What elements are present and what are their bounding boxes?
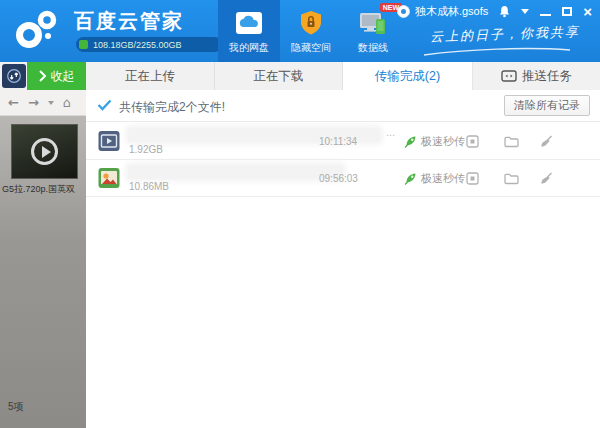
avatar[interactable] <box>397 5 410 18</box>
tab-downloading[interactable]: 正在下载 <box>215 62 343 90</box>
push-task-icon <box>501 70 517 82</box>
summary-row: 共传输完成2个文件! 清除所有记录 <box>86 90 600 122</box>
storage-text: 108.18GB/2255.00GB <box>93 40 182 50</box>
badge-label: 极速秒传 <box>421 171 465 186</box>
file-time: 10:11:34 <box>319 136 357 147</box>
redacted-filename <box>128 165 343 179</box>
storage-progress-bar <box>79 40 88 49</box>
open-folder-icon[interactable] <box>504 172 519 185</box>
browser-toolbar: ← → ⌂ <box>0 90 86 116</box>
window-controls-area: 独木成林.gsofs × <box>397 4 592 18</box>
open-file-icon[interactable] <box>466 172 479 185</box>
clean-record-icon[interactable] <box>539 135 553 148</box>
badge-label: 极速秒传 <box>421 134 465 149</box>
tab-uploading[interactable]: 正在上传 <box>86 62 215 90</box>
items-count: 5项 <box>8 400 24 414</box>
tab-push-tasks[interactable]: 推送任务 <box>473 62 600 90</box>
maximize-button[interactable] <box>562 7 572 16</box>
play-icon <box>31 138 58 165</box>
close-button[interactable]: × <box>583 5 592 18</box>
back-icon[interactable]: ← <box>8 95 19 110</box>
open-file-icon[interactable] <box>466 135 479 148</box>
open-folder-icon[interactable] <box>504 135 519 148</box>
filename-ellipsis: ... <box>386 126 395 138</box>
file-time: 09:56:03 <box>319 173 358 184</box>
rocket-icon <box>404 172 417 185</box>
transfer-tabs: 正在上传 正在下载 传输完成(2) 推送任务 <box>86 62 600 90</box>
speed-transfer-badge: 极速秒传 <box>404 134 465 149</box>
forward-icon[interactable]: → <box>28 95 39 110</box>
tab-completed[interactable]: 传输完成(2) <box>343 62 473 90</box>
clean-record-icon[interactable] <box>539 172 553 185</box>
check-icon <box>97 99 112 111</box>
nav-tab-label: 隐藏空间 <box>291 41 331 55</box>
completed-transfers-panel: 共传输完成2个文件! 清除所有记录 ... 1.92GB 10:11:34 <box>86 90 600 428</box>
speed-transfer-badge: 极速秒传 <box>404 171 465 186</box>
shield-lock-icon <box>298 9 324 37</box>
home-icon[interactable]: ⌂ <box>63 95 71 110</box>
history-dropdown-icon[interactable] <box>48 101 54 105</box>
app-title: 百度云管家 <box>74 8 184 35</box>
minimize-button[interactable] <box>540 14 551 16</box>
video-file-icon <box>98 130 120 152</box>
file-size: 1.92GB <box>129 144 163 155</box>
chevron-down-icon[interactable] <box>521 9 529 14</box>
file-row: 10.86MB 09:56:03 极速秒传 <box>86 160 600 197</box>
clear-records-button[interactable]: 清除所有记录 <box>504 95 590 116</box>
image-file-icon <box>98 167 120 189</box>
collapse-label: 收起 <box>51 68 75 85</box>
bell-icon[interactable] <box>499 5 510 18</box>
nav-tab-my-netdisk[interactable]: 我的网盘 <box>218 0 280 62</box>
chevron-right-icon <box>39 70 46 82</box>
slogan-underline <box>422 47 572 57</box>
tab-label: 推送任务 <box>522 68 572 85</box>
background-file-browser: ← → ⌂ G5拉.720p.国英双 5项 <box>0 90 86 428</box>
transfer-panel-icon[interactable] <box>2 64 26 88</box>
tab-label: 正在下载 <box>254 68 304 85</box>
video-thumbnail[interactable] <box>11 124 78 179</box>
file-size: 10.86MB <box>129 181 169 192</box>
nav-tab-label: 我的网盘 <box>229 41 269 55</box>
tab-label: 正在上传 <box>125 68 175 85</box>
video-caption: G5拉.720p.国英双 <box>2 183 86 196</box>
file-row: ... 1.92GB 10:11:34 极速秒传 <box>86 123 600 160</box>
nav-tab-hidden-space[interactable]: 隐藏空间 <box>280 0 342 62</box>
tab-label: 传输完成(2) <box>375 68 440 85</box>
username[interactable]: 独木成林.gsofs <box>415 4 488 19</box>
summary-text: 共传输完成2个文件! <box>119 99 225 116</box>
titlebar: 百度云管家 108.18GB/2255.00GB 我的网盘 <box>0 0 600 62</box>
cloud-drive-icon <box>235 9 263 37</box>
storage-quota: 108.18GB/2255.00GB <box>76 37 222 52</box>
rocket-icon <box>404 135 417 148</box>
collapse-button[interactable]: 收起 <box>27 62 86 90</box>
baidu-cloud-manager-window: 百度云管家 108.18GB/2255.00GB 我的网盘 <box>0 0 600 428</box>
baidu-cloud-logo <box>12 7 64 53</box>
